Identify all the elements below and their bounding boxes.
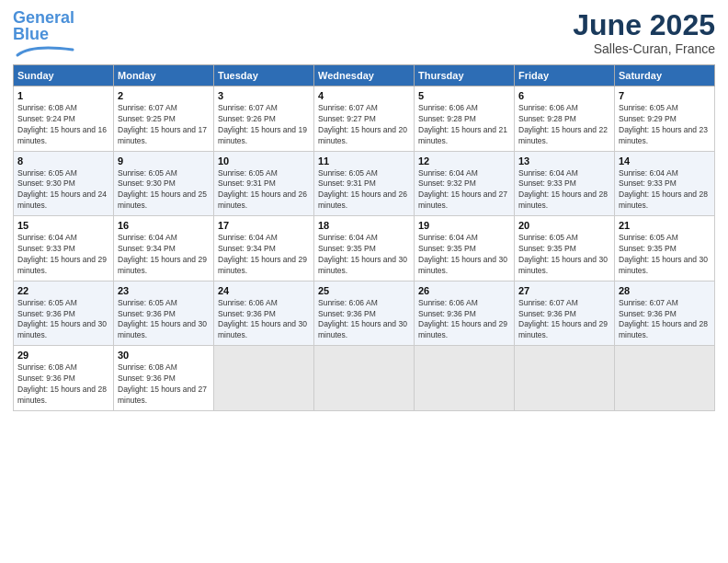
day-number: 24: [218, 285, 310, 296]
day-detail: Sunrise: 6:06 AMSunset: 9:36 PMDaylight:…: [318, 298, 410, 342]
day-detail: Sunrise: 6:04 AMSunset: 9:32 PMDaylight:…: [418, 168, 510, 213]
day-detail: Sunrise: 6:04 AMSunset: 9:34 PMDaylight:…: [218, 233, 310, 277]
col-monday: Monday: [114, 65, 214, 86]
day-number: 13: [518, 155, 610, 167]
col-tuesday: Tuesday: [214, 65, 314, 86]
day-detail: Sunrise: 6:06 AMSunset: 9:36 PMDaylight:…: [218, 298, 310, 342]
day-number: 15: [17, 220, 109, 231]
logo-text: General Blue: [13, 9, 74, 42]
day-number: 29: [17, 350, 109, 361]
calendar-cell: 27Sunrise: 6:07 AMSunset: 9:36 PMDayligh…: [515, 281, 615, 346]
day-detail: Sunrise: 6:06 AMSunset: 9:28 PMDaylight:…: [418, 103, 510, 147]
calendar-cell: 14Sunrise: 6:04 AMSunset: 9:33 PMDayligh…: [615, 151, 715, 216]
calendar-cell: 23Sunrise: 6:05 AMSunset: 9:36 PMDayligh…: [114, 281, 214, 346]
calendar-cell: 3Sunrise: 6:07 AMSunset: 9:26 PMDaylight…: [214, 86, 314, 152]
day-detail: Sunrise: 6:04 AMSunset: 9:33 PMDaylight:…: [17, 233, 109, 277]
calendar-cell: 17Sunrise: 6:04 AMSunset: 9:34 PMDayligh…: [214, 216, 314, 282]
day-number: 11: [318, 155, 410, 167]
title-block: June 2025 Salles-Curan, France: [573, 9, 715, 56]
day-number: 4: [318, 90, 410, 101]
day-number: 27: [518, 285, 610, 296]
day-number: 5: [418, 90, 510, 101]
day-detail: Sunrise: 6:04 AMSunset: 9:35 PMDaylight:…: [318, 233, 410, 277]
calendar-cell: [515, 346, 615, 411]
calendar-cell: 19Sunrise: 6:04 AMSunset: 9:35 PMDayligh…: [415, 216, 515, 282]
calendar-cell: 25Sunrise: 6:06 AMSunset: 9:36 PMDayligh…: [314, 281, 415, 346]
day-number: 25: [318, 285, 410, 296]
col-friday: Friday: [515, 65, 615, 86]
col-saturday: Saturday: [615, 65, 715, 86]
calendar-cell: 28Sunrise: 6:07 AMSunset: 9:36 PMDayligh…: [615, 281, 715, 346]
calendar-cell: 13Sunrise: 6:04 AMSunset: 9:33 PMDayligh…: [515, 151, 615, 216]
day-detail: Sunrise: 6:05 AMSunset: 9:30 PMDaylight:…: [17, 168, 109, 213]
calendar-cell: 15Sunrise: 6:04 AMSunset: 9:33 PMDayligh…: [14, 216, 114, 282]
calendar-table: Sunday Monday Tuesday Wednesday Thursday…: [13, 64, 715, 411]
calendar-cell: 8Sunrise: 6:05 AMSunset: 9:30 PMDaylight…: [14, 151, 114, 216]
logo: General Blue: [13, 9, 77, 59]
header-row: Sunday Monday Tuesday Wednesday Thursday…: [14, 65, 715, 86]
calendar-cell: 21Sunrise: 6:05 AMSunset: 9:35 PMDayligh…: [615, 216, 715, 282]
day-number: 23: [118, 285, 210, 296]
day-detail: Sunrise: 6:05 AMSunset: 9:36 PMDaylight:…: [118, 298, 210, 342]
calendar-row: 29Sunrise: 6:08 AMSunset: 9:36 PMDayligh…: [14, 346, 715, 411]
day-detail: Sunrise: 6:07 AMSunset: 9:25 PMDaylight:…: [118, 103, 210, 147]
day-detail: Sunrise: 6:05 AMSunset: 9:31 PMDaylight:…: [218, 168, 310, 213]
day-detail: Sunrise: 6:08 AMSunset: 9:36 PMDaylight:…: [118, 362, 210, 407]
day-number: 2: [118, 90, 210, 101]
calendar-cell: 4Sunrise: 6:07 AMSunset: 9:27 PMDaylight…: [314, 86, 415, 152]
calendar-cell: 30Sunrise: 6:08 AMSunset: 9:36 PMDayligh…: [114, 346, 214, 411]
day-number: 21: [619, 220, 711, 231]
calendar-cell: 11Sunrise: 6:05 AMSunset: 9:31 PMDayligh…: [314, 151, 415, 216]
header: General Blue June 2025 Salles-Curan, Fra…: [13, 9, 715, 59]
calendar-cell: 6Sunrise: 6:06 AMSunset: 9:28 PMDaylight…: [515, 86, 615, 152]
calendar-cell: [314, 346, 415, 411]
calendar-cell: 29Sunrise: 6:08 AMSunset: 9:36 PMDayligh…: [14, 346, 114, 411]
calendar-cell: 7Sunrise: 6:05 AMSunset: 9:29 PMDaylight…: [615, 86, 715, 152]
day-number: 20: [518, 220, 610, 231]
day-number: 10: [218, 155, 310, 167]
calendar-cell: 1Sunrise: 6:08 AMSunset: 9:24 PMDaylight…: [14, 86, 114, 152]
day-detail: Sunrise: 6:04 AMSunset: 9:33 PMDaylight:…: [518, 168, 610, 213]
calendar-row: 15Sunrise: 6:04 AMSunset: 9:33 PMDayligh…: [14, 216, 715, 282]
col-sunday: Sunday: [14, 65, 114, 86]
calendar-cell: 20Sunrise: 6:05 AMSunset: 9:35 PMDayligh…: [515, 216, 615, 282]
day-detail: Sunrise: 6:05 AMSunset: 9:31 PMDaylight:…: [318, 168, 410, 213]
calendar-cell: 22Sunrise: 6:05 AMSunset: 9:36 PMDayligh…: [14, 281, 114, 346]
calendar-cell: 26Sunrise: 6:06 AMSunset: 9:36 PMDayligh…: [415, 281, 515, 346]
calendar-cell: 9Sunrise: 6:05 AMSunset: 9:30 PMDaylight…: [114, 151, 214, 216]
day-detail: Sunrise: 6:06 AMSunset: 9:36 PMDaylight:…: [418, 298, 510, 342]
logo-general: General: [13, 8, 74, 27]
day-number: 17: [218, 220, 310, 231]
calendar-cell: 16Sunrise: 6:04 AMSunset: 9:34 PMDayligh…: [114, 216, 214, 282]
calendar-cell: 12Sunrise: 6:04 AMSunset: 9:32 PMDayligh…: [415, 151, 515, 216]
day-detail: Sunrise: 6:07 AMSunset: 9:36 PMDaylight:…: [619, 298, 711, 342]
page: General Blue June 2025 Salles-Curan, Fra…: [0, 0, 728, 563]
day-detail: Sunrise: 6:05 AMSunset: 9:29 PMDaylight:…: [619, 103, 711, 147]
calendar-cell: 10Sunrise: 6:05 AMSunset: 9:31 PMDayligh…: [214, 151, 314, 216]
day-detail: Sunrise: 6:05 AMSunset: 9:35 PMDaylight:…: [619, 233, 711, 277]
day-number: 19: [418, 220, 510, 231]
day-detail: Sunrise: 6:07 AMSunset: 9:27 PMDaylight:…: [318, 103, 410, 147]
day-detail: Sunrise: 6:05 AMSunset: 9:36 PMDaylight:…: [17, 298, 109, 342]
col-wednesday: Wednesday: [314, 65, 415, 86]
calendar-cell: [615, 346, 715, 411]
calendar-cell: 18Sunrise: 6:04 AMSunset: 9:35 PMDayligh…: [314, 216, 415, 282]
logo-blue: Blue: [13, 25, 49, 43]
day-number: 1: [17, 90, 109, 101]
calendar-row: 8Sunrise: 6:05 AMSunset: 9:30 PMDaylight…: [14, 151, 715, 216]
day-number: 26: [418, 285, 510, 296]
calendar-cell: [415, 346, 515, 411]
day-detail: Sunrise: 6:05 AMSunset: 9:30 PMDaylight:…: [118, 168, 210, 213]
day-number: 28: [619, 285, 711, 296]
calendar-cell: [214, 346, 314, 411]
day-number: 14: [619, 155, 711, 167]
day-detail: Sunrise: 6:08 AMSunset: 9:36 PMDaylight:…: [17, 362, 109, 407]
day-number: 16: [118, 220, 210, 231]
calendar-body: 1Sunrise: 6:08 AMSunset: 9:24 PMDaylight…: [14, 86, 715, 411]
day-detail: Sunrise: 6:06 AMSunset: 9:28 PMDaylight:…: [518, 103, 610, 147]
calendar-cell: 2Sunrise: 6:07 AMSunset: 9:25 PMDaylight…: [114, 86, 214, 152]
calendar-row: 1Sunrise: 6:08 AMSunset: 9:24 PMDaylight…: [14, 86, 715, 152]
day-number: 9: [118, 155, 210, 167]
day-detail: Sunrise: 6:07 AMSunset: 9:26 PMDaylight:…: [218, 103, 310, 147]
day-number: 22: [17, 285, 109, 296]
